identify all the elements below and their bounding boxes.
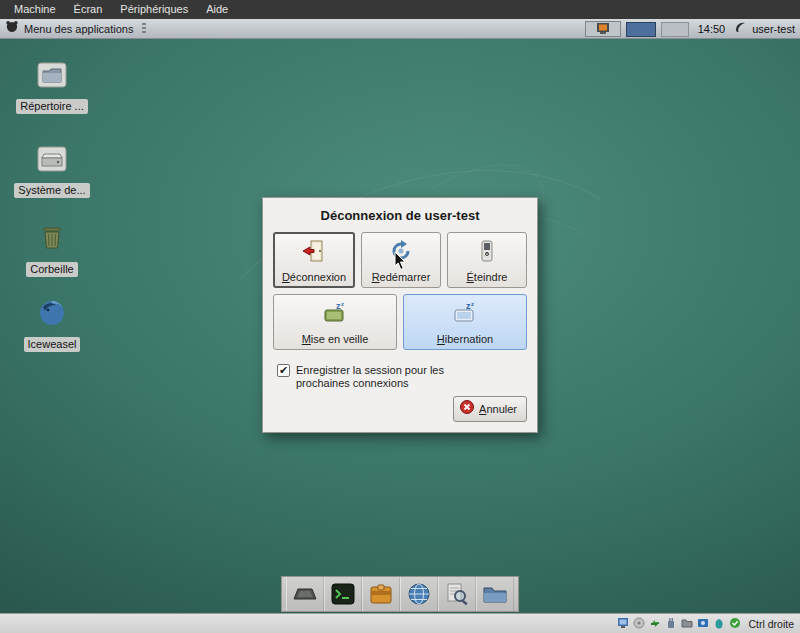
home-folder-icon [36, 61, 68, 93]
desktop-icon-trash[interactable]: Corbeille [9, 222, 95, 277]
restart-label: Redémarrer [372, 271, 431, 283]
desktop-icon-label: Système de... [14, 183, 89, 198]
dialog-title: Déconnexion de user-test [263, 208, 537, 223]
dock-search-icon[interactable] [438, 577, 476, 611]
save-session-label: Enregistrer la session pour les prochain… [296, 364, 481, 390]
menu-ecran[interactable]: Écran [66, 0, 111, 19]
workspace-switcher[interactable] [626, 22, 656, 37]
xfce-mouse-icon [5, 20, 19, 38]
restart-icon [388, 238, 414, 268]
vm-display-icon[interactable] [617, 615, 629, 633]
menu-machine[interactable]: Machine [6, 0, 64, 19]
panel-clock[interactable]: 14:50 [694, 23, 730, 35]
menu-peripheriques[interactable]: Périphériques [112, 0, 196, 19]
status-ok-icon[interactable] [729, 615, 741, 633]
session-action-icon[interactable] [734, 20, 747, 38]
cancel-icon [460, 400, 474, 418]
desktop-icon-filesystem[interactable]: Système de... [9, 145, 95, 198]
dock-file-manager-icon[interactable] [476, 577, 514, 611]
shutdown-button[interactable]: Éteindre [447, 232, 527, 288]
hibernate-button[interactable]: zz Hibernation [403, 294, 527, 350]
host-key-label: Ctrl droite [748, 618, 794, 630]
iceweasel-icon [38, 299, 66, 331]
suspend-label: Mise en veille [302, 333, 369, 345]
hibernate-icon: zz [451, 300, 479, 330]
applications-menu-label: Menu des applications [24, 23, 133, 35]
applications-menu-button[interactable]: Menu des applications [0, 20, 146, 38]
restart-button[interactable]: Redémarrer [361, 232, 441, 288]
dock [281, 576, 519, 612]
optical-disk-icon[interactable] [633, 615, 645, 633]
suspend-button[interactable]: zz Mise en veille [273, 294, 397, 350]
network-icon[interactable] [649, 615, 661, 633]
screenshot-tool-button[interactable] [585, 21, 621, 37]
save-session-checkbox[interactable] [277, 364, 290, 377]
dock-display-icon[interactable] [286, 577, 324, 611]
logout-dialog: Déconnexion de user-test Déconnexion Red… [262, 197, 538, 433]
trash-icon [37, 222, 67, 256]
desktop-panel: Menu des applications 14:50 user-test [0, 19, 800, 39]
dock-browser-icon[interactable] [400, 577, 438, 611]
cancel-button[interactable]: Annuler [453, 396, 527, 422]
vbox-statusbar: Ctrl droite [0, 613, 800, 633]
hibernate-label: Hibernation [437, 333, 493, 345]
video-capture-icon[interactable] [697, 615, 709, 633]
usb-icon[interactable] [665, 615, 677, 633]
dock-archive-icon[interactable] [362, 577, 400, 611]
session-user-label[interactable]: user-test [752, 23, 797, 35]
desktop-icon-label: Corbeille [26, 262, 77, 277]
desktop-icon-label: Répertoire ... [16, 99, 88, 114]
workspace-switcher-empty[interactable] [661, 22, 689, 37]
desktop-icon-label: Iceweasel [24, 337, 81, 352]
mouse-integration-icon[interactable] [713, 615, 725, 633]
logout-button[interactable]: Déconnexion [273, 232, 355, 288]
shutdown-icon [474, 238, 500, 268]
logout-label: Déconnexion [282, 271, 346, 283]
desktop: Répertoire ... Système de... Corbeille I… [0, 39, 800, 613]
dock-terminal-icon[interactable] [324, 577, 362, 611]
cancel-label: Annuler [479, 403, 517, 415]
logout-icon [301, 238, 327, 268]
shared-folder-icon[interactable] [681, 615, 693, 633]
menu-aide[interactable]: Aide [198, 0, 236, 19]
suspend-icon: zz [321, 300, 349, 330]
vbox-menubar: Machine Écran Périphériques Aide [0, 0, 800, 19]
svg-text:z: z [341, 301, 344, 307]
svg-text:z: z [471, 301, 474, 307]
filesystem-icon [36, 145, 68, 177]
desktop-icon-home[interactable]: Répertoire ... [9, 61, 95, 114]
shutdown-label: Éteindre [467, 271, 508, 283]
desktop-icon-iceweasel[interactable]: Iceweasel [9, 299, 95, 352]
panel-grip [142, 23, 146, 35]
